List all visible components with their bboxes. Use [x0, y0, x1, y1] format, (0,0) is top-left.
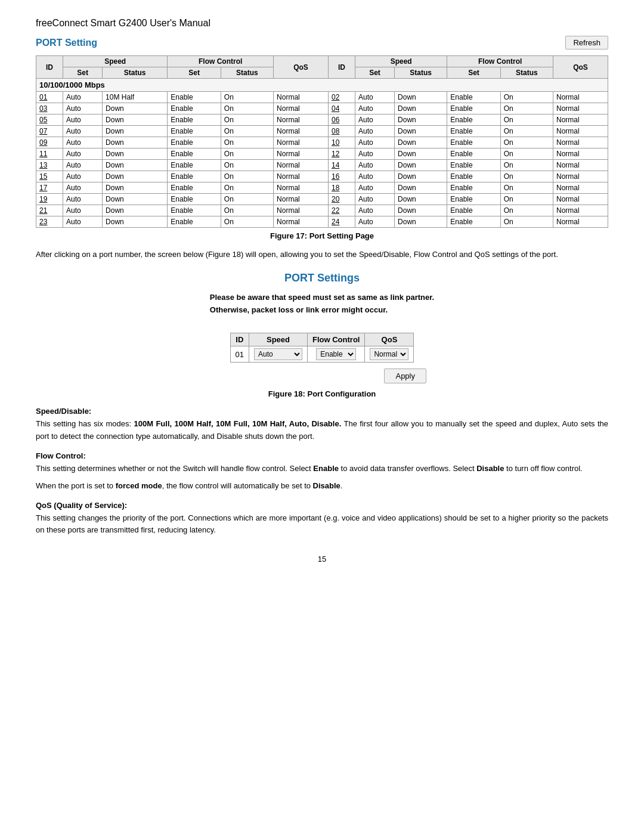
refresh-button[interactable]: Refresh [565, 36, 608, 49]
config-row-qos[interactable]: NormalHigh [365, 346, 414, 363]
port-link-03[interactable]: 03 [39, 104, 47, 113]
config-col-id: ID [230, 333, 249, 346]
col-speed-left: Speed [63, 56, 168, 67]
col-fc-status-r: Status [500, 67, 553, 79]
col-fc-right: Flow Control [447, 56, 553, 67]
config-table: ID Speed Flow Control QoS 01 Auto100M Fu… [230, 333, 414, 363]
col-fc-set-l: Set [168, 67, 221, 79]
port-link-22[interactable]: 22 [332, 206, 339, 215]
apply-button[interactable]: Apply [384, 368, 426, 383]
col-qos-right: QoS [553, 56, 608, 79]
port-link-14[interactable]: 14 [332, 161, 339, 169]
config-row-fc[interactable]: EnableDisable [308, 346, 365, 363]
col-speed-right: Speed [355, 56, 447, 67]
port-link-19[interactable]: 19 [39, 195, 47, 203]
config-col-qos: QoS [365, 333, 414, 346]
port-link-05[interactable]: 05 [39, 116, 47, 124]
port-link-23[interactable]: 23 [39, 218, 47, 226]
table-row: 23 Auto Down Enable On Normal 24 Auto Do… [36, 216, 608, 228]
table-row: 15 Auto Down Enable On Normal 16 Auto Do… [36, 171, 608, 182]
table-row: 05 Auto Down Enable On Normal 06 Auto Do… [36, 114, 608, 126]
port-link-02[interactable]: 02 [332, 93, 339, 101]
speed-select[interactable]: Auto100M Full100M Half10M Full10M HalfDi… [254, 348, 302, 360]
col-fc-left: Flow Control [168, 56, 274, 67]
table-row: 11 Auto Down Enable On Normal 12 Auto Do… [36, 148, 608, 160]
flow-control-text2: When the port is set to forced mode, the… [36, 480, 608, 493]
port-link-13[interactable]: 13 [39, 161, 47, 169]
flow-control-heading: Flow Control: [36, 451, 608, 460]
port-link-08[interactable]: 08 [332, 127, 339, 135]
figure18-caption: Figure 18: Port Configuration [36, 389, 608, 398]
config-col-fc: Flow Control [308, 333, 365, 346]
config-row-id: 01 [230, 346, 249, 363]
group-header-row: 10/100/1000 Mbps [36, 79, 608, 92]
port-setting-table: ID Speed Flow Control QoS ID Speed Flow … [36, 55, 608, 228]
apply-container: Apply [218, 368, 426, 383]
fc-select[interactable]: EnableDisable [316, 348, 356, 360]
port-link-18[interactable]: 18 [332, 184, 339, 192]
section1-description: After clicking on a port number, the scr… [36, 249, 608, 261]
doc-title: freeConnect Smart G2400 User's Manual [36, 18, 608, 29]
page-number: 15 [36, 555, 608, 563]
col-qos-left: QoS [274, 56, 329, 79]
table-row: 03 Auto Down Enable On Normal 04 Auto Do… [36, 103, 608, 114]
figure17-caption: Figure 17: Port Setting Page [36, 231, 608, 240]
table-row: 19 Auto Down Enable On Normal 20 Auto Do… [36, 194, 608, 205]
warning-text: Please be aware that speed must set as s… [210, 292, 434, 317]
flow-control-text1: This setting determines whether or not t… [36, 463, 608, 475]
port-link-09[interactable]: 09 [39, 138, 47, 147]
port-link-07[interactable]: 07 [39, 127, 47, 135]
port-link-10[interactable]: 10 [332, 138, 339, 147]
config-row-speed[interactable]: Auto100M Full100M Half10M Full10M HalfDi… [249, 346, 308, 363]
col-speed-status-r: Status [395, 67, 447, 79]
table-row: 21 Auto Down Enable On Normal 22 Auto Do… [36, 205, 608, 216]
table-row: 17 Auto Down Enable On Normal 18 Auto Do… [36, 182, 608, 194]
speed-disable-heading: Speed/Disable: [36, 407, 608, 416]
col-speed-set-r: Set [355, 67, 395, 79]
group-label: 10/100/1000 Mbps [36, 79, 608, 92]
port-link-12[interactable]: 12 [332, 150, 339, 158]
qos-text: This setting changes the priority of the… [36, 512, 608, 537]
port-link-20[interactable]: 20 [332, 195, 339, 203]
table-row: 13 Auto Down Enable On Normal 14 Auto Do… [36, 160, 608, 171]
port-link-04[interactable]: 04 [332, 104, 339, 113]
speed-disable-text: This setting has six modes: 100M Full, 1… [36, 418, 608, 443]
col-fc-set-r: Set [447, 67, 501, 79]
col-fc-status-l: Status [221, 67, 273, 79]
port-link-01[interactable]: 01 [39, 93, 47, 101]
section2-title: PORT Settings [36, 272, 608, 284]
section1-header: PORT Setting Refresh [36, 36, 608, 49]
table-row: 01 Auto 10M Half Enable On Normal 02 Aut… [36, 92, 608, 103]
port-link-21[interactable]: 21 [39, 206, 47, 215]
table-row: 09 Auto Down Enable On Normal 10 Auto Do… [36, 137, 608, 148]
col-speed-status-l: Status [103, 67, 168, 79]
config-row: 01 Auto100M Full100M Half10M Full10M Hal… [230, 346, 414, 363]
port-link-16[interactable]: 16 [332, 172, 339, 181]
port-link-06[interactable]: 06 [332, 116, 339, 124]
table-row: 07 Auto Down Enable On Normal 08 Auto Do… [36, 126, 608, 137]
port-link-15[interactable]: 15 [39, 172, 47, 181]
section2: PORT Settings Please be aware that speed… [36, 272, 608, 384]
port-link-17[interactable]: 17 [39, 184, 47, 192]
port-link-24[interactable]: 24 [332, 218, 339, 226]
port-link-11[interactable]: 11 [39, 150, 47, 158]
qos-select[interactable]: NormalHigh [370, 348, 408, 360]
section1-title: PORT Setting [36, 38, 97, 48]
col-id-left: ID [36, 56, 63, 79]
col-id-right: ID [328, 56, 355, 79]
qos-heading: QoS (Quality of Service): [36, 501, 608, 510]
col-speed-set-l: Set [63, 67, 103, 79]
config-col-speed: Speed [249, 333, 308, 346]
